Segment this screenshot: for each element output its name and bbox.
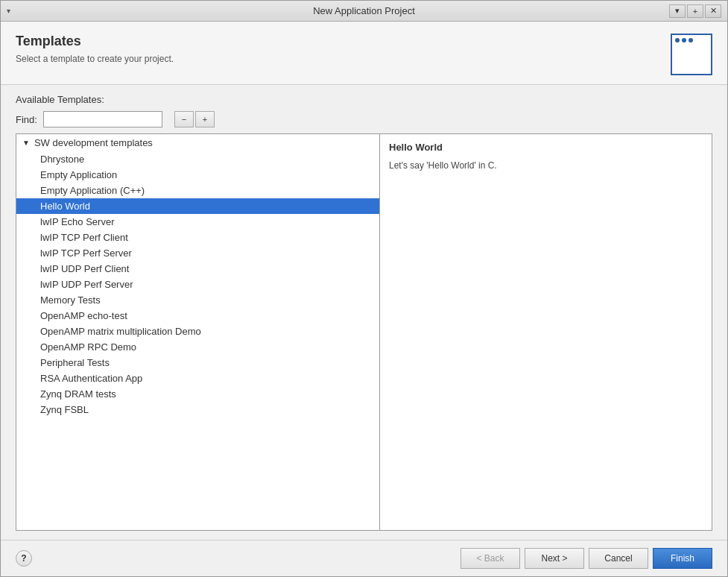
icon-dot-3 bbox=[689, 38, 693, 42]
back-button[interactable]: < Back bbox=[460, 548, 520, 569]
collapse-button[interactable]: − bbox=[174, 111, 194, 127]
tree-item[interactable]: Zynq DRAM tests bbox=[16, 386, 379, 402]
next-button[interactable]: Next > bbox=[525, 548, 584, 569]
detail-title: Hello World bbox=[389, 142, 703, 153]
finish-button[interactable]: Finish bbox=[653, 548, 712, 569]
header-text: Templates Select a template to create yo… bbox=[16, 34, 174, 64]
available-templates-label: Available Templates: bbox=[16, 94, 712, 105]
maximize-button[interactable]: + bbox=[687, 4, 703, 18]
tree-root-item[interactable]: ▼ SW development templates bbox=[16, 134, 379, 151]
content-area: Templates Select a template to create yo… bbox=[1, 22, 727, 540]
tree-item[interactable]: lwIP UDP Perf Client bbox=[16, 261, 379, 277]
icon-dot-1 bbox=[675, 38, 680, 42]
tree-item[interactable]: Empty Application (C++) bbox=[16, 183, 379, 198]
tree-item[interactable]: OpenAMP matrix multiplication Demo bbox=[16, 324, 379, 339]
tree-item[interactable]: Peripheral Tests bbox=[16, 355, 379, 371]
close-button[interactable]: ✕ bbox=[705, 4, 721, 18]
detail-description: Let's say 'Hello World' in C. bbox=[389, 159, 703, 172]
tree-item[interactable]: Zynq FSBL bbox=[16, 402, 379, 417]
header-section: Templates Select a template to create yo… bbox=[1, 22, 727, 85]
tree-item[interactable]: lwIP TCP Perf Server bbox=[16, 245, 379, 261]
tree-items-container: DhrystoneEmpty ApplicationEmpty Applicat… bbox=[16, 151, 379, 417]
header-icon bbox=[671, 34, 712, 75]
main-section: Available Templates: Find: − + ▼ SW deve… bbox=[1, 85, 727, 540]
tree-item[interactable]: Hello World bbox=[16, 198, 379, 214]
find-row: Find: − + bbox=[16, 111, 712, 127]
template-detail-panel: Hello World Let's say 'Hello World' in C… bbox=[380, 134, 712, 530]
tree-item[interactable]: RSA Authentication App bbox=[16, 371, 379, 386]
panels-row: ▼ SW development templates DhrystoneEmpt… bbox=[16, 133, 712, 531]
window-title: New Application Project bbox=[313, 5, 415, 16]
tree-toggle-icon: ▼ bbox=[22, 139, 30, 147]
footer-left: ? bbox=[16, 550, 32, 567]
page-title: Templates bbox=[16, 34, 174, 49]
find-buttons: − + bbox=[174, 111, 215, 127]
expand-button[interactable]: + bbox=[195, 111, 215, 127]
icon-dot-2 bbox=[682, 38, 686, 42]
title-bar-controls: ▾ + ✕ bbox=[669, 4, 721, 18]
tree-item[interactable]: OpenAMP echo-test bbox=[16, 308, 379, 324]
title-bar-left: ▾ bbox=[7, 7, 10, 15]
help-button[interactable]: ? bbox=[16, 550, 32, 567]
footer: ? < Back Next > Cancel Finish bbox=[1, 540, 727, 576]
icon-dots-row bbox=[675, 38, 693, 42]
page-subtitle: Select a template to create your project… bbox=[16, 54, 174, 64]
title-bar: ▾ New Application Project ▾ + ✕ bbox=[1, 1, 727, 22]
tree-root-label: SW development templates bbox=[34, 137, 153, 148]
templates-tree-panel: ▼ SW development templates DhrystoneEmpt… bbox=[16, 134, 380, 530]
minimize-button[interactable]: ▾ bbox=[669, 4, 686, 18]
tree-item[interactable]: lwIP UDP Perf Server bbox=[16, 277, 379, 292]
tree-item[interactable]: lwIP TCP Perf Client bbox=[16, 230, 379, 245]
find-label: Find: bbox=[16, 114, 37, 125]
footer-buttons: < Back Next > Cancel Finish bbox=[460, 548, 712, 569]
tree-item[interactable]: OpenAMP RPC Demo bbox=[16, 339, 379, 355]
cancel-button[interactable]: Cancel bbox=[589, 548, 648, 569]
tree-item[interactable]: Dhrystone bbox=[16, 151, 379, 167]
find-input[interactable] bbox=[43, 111, 162, 127]
tree-item[interactable]: Memory Tests bbox=[16, 292, 379, 308]
window-menu-icon[interactable]: ▾ bbox=[7, 7, 10, 15]
main-window: ▾ New Application Project ▾ + ✕ Template… bbox=[0, 0, 728, 577]
tree-item[interactable]: Empty Application bbox=[16, 167, 379, 183]
tree-item[interactable]: lwIP Echo Server bbox=[16, 214, 379, 230]
